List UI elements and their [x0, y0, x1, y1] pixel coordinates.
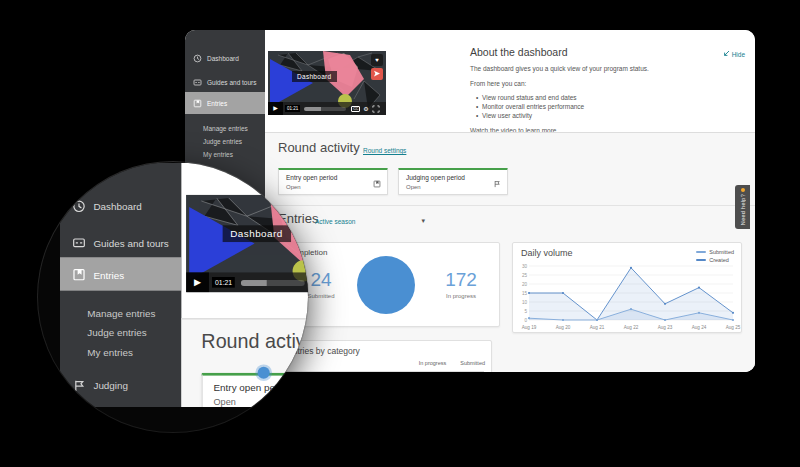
video-progress-bar[interactable] — [241, 279, 305, 285]
share-button[interactable] — [371, 68, 383, 80]
sidebar-item-my-entries[interactable]: My entries — [60, 342, 182, 362]
category-column-headers: In progress Submitted — [419, 360, 485, 366]
sidebar-item-guides-and-tours[interactable]: Guides and tours — [185, 71, 265, 93]
daily-volume-chart: 051015202530Aug 19Aug 20Aug 21Aug 22Aug … — [515, 262, 741, 332]
sidebar-item-label: Judging — [93, 380, 128, 391]
about-panel: About the dashboard The dashboard gives … — [470, 46, 755, 135]
page-background: Dashboard Guides and tours Entries Manag… — [0, 0, 800, 467]
fullscreen-button[interactable] — [372, 105, 380, 113]
entries-section-divider — [265, 205, 755, 206]
round-activity-title: Round activity — [278, 140, 360, 155]
completion-pie-chart — [357, 256, 415, 314]
sidebar-item-dashboard[interactable]: Dashboard — [60, 189, 182, 222]
status-badge: Open — [214, 397, 236, 406]
round-activity-title: Round activity — [201, 330, 308, 353]
video-overlay-title: Dashboard — [292, 71, 337, 82]
round-settings-link[interactable]: Round settings — [363, 147, 406, 154]
about-bullet: View round status and end dates — [474, 93, 755, 102]
in-progress-value: 172 — [431, 269, 491, 291]
clock-icon — [72, 199, 86, 213]
sidebar-item-label: Dashboard — [207, 55, 239, 62]
in-progress-stat: 172 In progress — [431, 269, 491, 299]
svg-text:10: 10 — [522, 300, 528, 305]
sidebar-item-label: Dashboard — [93, 200, 141, 211]
chart-legend: SubmittedCreated — [696, 249, 734, 263]
magnifier-lens: Dashboard Guides and tours Entries Manag… — [38, 162, 308, 432]
svg-text:Aug 24: Aug 24 — [692, 325, 707, 330]
pennant-flag-icon — [72, 378, 86, 392]
video-timestamp: 01:21 — [285, 105, 300, 112]
daily-volume-title: Daily volume — [521, 248, 573, 258]
about-intro: The dashboard gives you a quick view of … — [470, 65, 755, 73]
season-filter-dropdown[interactable]: Active season ▾ — [315, 217, 425, 225]
svg-text:30: 30 — [522, 264, 528, 269]
entry-open-period-card: Entry open period Open — [278, 168, 388, 195]
entry-square-bookmark-icon — [373, 180, 381, 188]
play-button[interactable]: ▶ — [268, 102, 283, 115]
table-divider — [286, 371, 484, 372]
completion-card: Completion 24 Submitted 172 In progress — [278, 242, 500, 327]
about-bullet: View user activity — [474, 111, 755, 120]
video-controls: ▶ 01:21 CC ⚙ — [186, 272, 308, 292]
sidebar-item-my-entries[interactable]: My entries — [185, 148, 265, 161]
svg-text:Aug 20: Aug 20 — [556, 325, 571, 330]
sidebar-item-entries[interactable]: Entries — [185, 92, 265, 114]
sidebar-subnav: Manage entries Judge entries My entries — [185, 122, 265, 161]
column-header: Submitted — [460, 360, 485, 366]
sidebar-subnav: Manage entries Judge entries My entries — [60, 303, 182, 362]
svg-text:Aug 23: Aug 23 — [658, 325, 673, 330]
sidebar-item-entries[interactable]: Entries — [60, 257, 182, 290]
guide-map-icon — [72, 235, 86, 249]
svg-text:15: 15 — [522, 291, 528, 296]
svg-text:25: 25 — [522, 273, 528, 278]
need-help-tab[interactable]: Need help? — [735, 185, 750, 229]
hide-icon — [722, 50, 730, 58]
sidebar-item-manage-entries[interactable]: Manage entries — [185, 122, 265, 135]
notification-dot — [741, 188, 745, 192]
sidebar-item-label: Entries — [207, 100, 227, 107]
fullscreen-icon — [372, 105, 380, 113]
clock-icon — [193, 54, 202, 63]
judging-open-period-card: Judging open period Open — [398, 168, 508, 195]
sidebar-item-manage-entries[interactable]: Manage entries — [60, 303, 182, 323]
video-timestamp: 01:21 — [212, 277, 235, 288]
column-header: In progress — [419, 360, 447, 366]
sidebar-item-judging[interactable]: Judging — [60, 368, 182, 401]
settings-gear-icon[interactable]: ⚙ — [363, 105, 368, 112]
share-icon — [373, 70, 381, 78]
video-player[interactable]: Dashboard ♥ ▶ 01:21 CC ⚙ — [268, 51, 386, 115]
captions-button[interactable]: CC — [351, 106, 360, 112]
heart-icon: ♥ — [375, 57, 379, 63]
sidebar-item-label: Entries — [93, 269, 124, 280]
sidebar-item-label: Guides and tours — [93, 237, 168, 248]
sidebar-item-judge-entries[interactable]: Judge entries — [185, 135, 265, 148]
video-progress-bar[interactable] — [304, 107, 346, 111]
entry-square-bookmark-icon — [72, 267, 86, 281]
video-controls: ▶ 01:21 CC ⚙ — [268, 102, 386, 115]
about-lead: From here you can: — [470, 80, 755, 88]
entry-open-period-card: Entry open period Open — [201, 373, 308, 407]
play-button[interactable]: ▶ — [186, 272, 209, 292]
dashboard-sections: Round activity Round settings Entry open… — [182, 318, 308, 407]
onboarding-beacon-dot[interactable] — [258, 367, 270, 379]
sidebar-item-dashboard[interactable]: Dashboard — [185, 47, 265, 69]
entries-by-category-card: Entries by category In progress Submitte… — [278, 340, 492, 372]
about-bullet-list: View round status and end dates Monitor … — [474, 93, 755, 120]
entry-square-bookmark-icon — [193, 99, 202, 108]
about-title: About the dashboard — [470, 46, 755, 58]
sidebar-item-judge-entries[interactable]: Judge entries — [60, 323, 182, 343]
svg-text:Aug 25: Aug 25 — [726, 325, 741, 330]
hide-panel-link[interactable]: Hide — [722, 50, 745, 58]
guide-map-icon — [193, 78, 202, 87]
daily-volume-card: Daily volume SubmittedCreated 0510152025… — [512, 242, 742, 333]
like-button[interactable]: ♥ — [371, 54, 383, 66]
svg-text:20: 20 — [522, 282, 528, 287]
about-bullet: Monitor overall entries performance — [474, 102, 755, 111]
sidebar-item-guides-and-tours[interactable]: Guides and tours — [60, 225, 182, 258]
svg-text:Aug 19: Aug 19 — [522, 325, 537, 330]
video-overlay-title: Dashboard — [223, 225, 291, 242]
chevron-down-icon: ▾ — [421, 217, 425, 225]
svg-text:0: 0 — [524, 318, 527, 323]
status-badge: Open — [286, 184, 301, 190]
svg-text:Aug 22: Aug 22 — [624, 325, 639, 330]
